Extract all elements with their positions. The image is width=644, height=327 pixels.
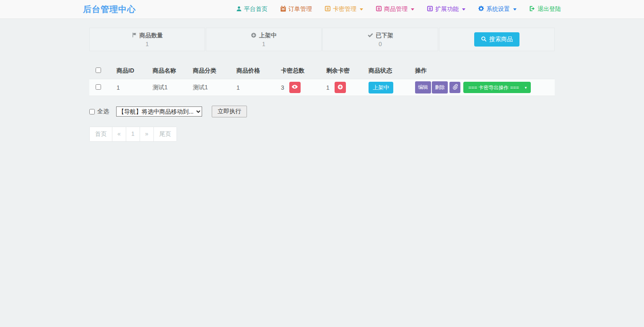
col-header-total-cards: 卡密总数 <box>278 62 323 79</box>
chevron-down-icon <box>513 8 517 10</box>
chevron-down-icon <box>462 8 465 10</box>
stat-on-shelf: 上架中 1 <box>206 28 322 51</box>
check-icon <box>367 32 373 39</box>
move-to-select[interactable]: 【导航】将选中商品移动到... <box>116 106 202 117</box>
select-all-label: 全选 <box>97 108 109 115</box>
brand-title: 后台管理中心 <box>83 4 136 15</box>
col-header-product-id: 商品ID <box>113 62 149 79</box>
select-all-checkbox[interactable] <box>89 109 95 114</box>
nav-item-logout[interactable]: 退出登陆 <box>529 5 561 13</box>
col-header-category: 商品分类 <box>190 62 233 79</box>
col-header-product-name: 商品名称 <box>149 62 190 79</box>
table-row: 1 测试1 测试1 1 3 1 <box>89 79 555 96</box>
cell-total-cards: 3 <box>281 84 284 91</box>
pagination-last[interactable]: 尾页 <box>154 127 177 141</box>
status-badge: 上架中 <box>369 82 393 93</box>
nav-item-extensions[interactable]: 扩展功能 <box>427 5 465 13</box>
list-icon <box>325 5 331 13</box>
cell-product-id: 1 <box>113 79 149 96</box>
plus-circle-icon <box>337 84 343 91</box>
search-products-button[interactable]: 搜索商品 <box>474 32 519 47</box>
main-nav: 平台首页 订单管理 卡密管理 商品管理 扩展功能 <box>236 5 561 13</box>
search-icon <box>481 36 487 43</box>
cell-product-name: 测试1 <box>149 79 190 96</box>
col-header-remaining-cards: 剩余卡密 <box>323 62 365 79</box>
stat-off-shelf-value: 0 <box>323 41 438 47</box>
list-icon <box>427 5 433 13</box>
cell-price: 1 <box>233 79 278 96</box>
attachment-button[interactable] <box>449 82 460 93</box>
header-checkbox[interactable] <box>96 67 101 73</box>
execute-button[interactable]: 立即执行 <box>212 106 247 117</box>
plus-circle-icon <box>251 32 257 39</box>
stats-row: 商品数量 1 上架中 1 已下架 0 搜索商品 <box>89 28 555 51</box>
cell-remaining-cards: 1 <box>326 84 330 91</box>
list-icon <box>376 5 382 13</box>
col-header-status: 商品状态 <box>365 62 412 79</box>
gear-icon <box>478 5 484 13</box>
edit-button[interactable]: 编辑 <box>415 81 431 93</box>
nav-item-order-management[interactable]: 订单管理 <box>280 5 312 13</box>
calendar-icon <box>280 5 286 13</box>
col-header-price: 商品价格 <box>233 62 278 79</box>
pagination-first[interactable]: 首页 <box>90 127 112 141</box>
logout-icon <box>529 5 535 13</box>
nav-item-platform-home[interactable]: 平台首页 <box>236 5 267 13</box>
stat-off-shelf: 已下架 0 <box>322 28 438 51</box>
card-export-select[interactable]: === 卡密导出操作 === <box>463 82 531 93</box>
nav-item-system-settings[interactable]: 系统设置 <box>478 5 517 13</box>
cell-category: 测试1 <box>190 79 233 96</box>
pagination-page-1[interactable]: 1 <box>126 127 140 141</box>
products-table: 商品ID 商品名称 商品分类 商品价格 卡密总数 剩余卡密 商品状态 操作 1 … <box>89 62 555 96</box>
nav-item-product-management[interactable]: 商品管理 <box>376 5 414 13</box>
paperclip-icon <box>452 84 458 91</box>
user-icon <box>236 6 242 13</box>
bulk-actions-row: 全选 【导航】将选中商品移动到... 立即执行 <box>89 106 555 117</box>
pagination-prev[interactable]: « <box>112 127 126 141</box>
flag-icon <box>132 32 137 39</box>
pagination-next[interactable]: » <box>140 127 154 141</box>
stat-search-cell: 搜索商品 <box>439 28 555 51</box>
table-header-row: 商品ID 商品名称 商品分类 商品价格 卡密总数 剩余卡密 商品状态 操作 <box>89 62 555 79</box>
eye-icon <box>291 83 298 91</box>
col-header-actions: 操作 <box>412 62 555 79</box>
add-cards-button[interactable] <box>335 82 346 93</box>
chevron-down-icon <box>411 8 414 10</box>
stat-on-shelf-value: 1 <box>206 41 321 47</box>
top-navbar: 后台管理中心 平台首页 订单管理 卡密管理 商品管理 扩展 <box>0 0 644 19</box>
card-export-select-wrap: === 卡密导出操作 === <box>463 82 531 93</box>
delete-button[interactable]: 删除 <box>432 81 448 93</box>
stat-product-count-value: 1 <box>90 41 205 47</box>
row-checkbox[interactable] <box>96 84 101 90</box>
pagination: 首页 « 1 » 尾页 <box>89 127 177 142</box>
view-cards-button[interactable] <box>289 82 301 93</box>
chevron-down-icon <box>360 8 363 10</box>
stat-product-count: 商品数量 1 <box>89 28 205 51</box>
nav-item-card-management[interactable]: 卡密管理 <box>325 5 363 13</box>
